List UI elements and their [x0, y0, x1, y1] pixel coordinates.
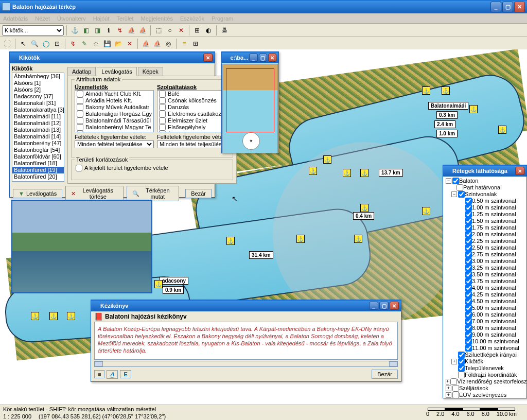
layer-item[interactable]: 0.50 m szintvonal — [446, 198, 524, 204]
layer-item[interactable]: Földrajzi koordináták — [446, 372, 524, 378]
check-item[interactable]: Almádi Yacht Club Kft. — [75, 91, 153, 97]
tool-btn[interactable]: ⬚ — [153, 25, 164, 36]
tool-btn[interactable]: ◧ — [81, 25, 91, 36]
close-button[interactable]: ✕ — [514, 2, 525, 12]
layer-item[interactable]: 1.25 m szintvonal — [446, 211, 524, 218]
harbors-close-button[interactable]: ✕ — [203, 54, 213, 62]
tool-save-icon[interactable]: 💾 — [102, 39, 112, 49]
harbor-list-item[interactable]: Alsóörs [1] — [12, 80, 64, 86]
handbook-titlebar[interactable]: Kézikönyv _ ▢ ✕ — [91, 300, 401, 311]
menu-eszkozok[interactable]: Eszközök — [180, 15, 204, 22]
layer-item[interactable]: 1.00 m szintvonal — [446, 204, 524, 211]
tab-kepek[interactable]: Képek — [138, 67, 163, 76]
check-item[interactable]: Csónak kölcsönzés — [157, 97, 229, 104]
menu-program[interactable]: Program — [212, 15, 233, 22]
menu-terulet[interactable]: Terület — [117, 15, 134, 22]
tool-btn[interactable]: ⊡ — [52, 39, 62, 49]
check-item[interactable]: Balatonberényi Magyar Te — [75, 124, 153, 131]
layer-item[interactable]: 9.00 m szintvonal — [446, 331, 524, 338]
layer-check[interactable] — [456, 184, 463, 191]
tool-btn[interactable]: ○ — [165, 25, 175, 36]
layer-item[interactable]: 3.50 m szintvonal — [446, 271, 524, 278]
harbor-icon[interactable]: ⚓ — [226, 237, 235, 245]
layer-item[interactable]: 10.00 m szintvonal — [446, 338, 524, 345]
layer-item[interactable]: 2.00 m szintvonal — [446, 231, 524, 238]
check-item[interactable]: Balatonaligai Horgász Egy — [75, 111, 153, 117]
tool-open-icon[interactable]: 📂 — [113, 39, 124, 49]
overview-min-button[interactable]: _ — [249, 54, 257, 62]
harbor-list-item[interactable]: Alsóörs [2] — [12, 86, 64, 93]
overview-close-button[interactable]: ✕ — [268, 54, 276, 62]
layer-item[interactable]: 1.75 m szintvonal — [446, 224, 524, 231]
harbor-list-item[interactable]: Balatonakarattya [3] — [12, 107, 64, 113]
tool-btn[interactable]: ◨ — [92, 25, 102, 36]
harbor-list-item[interactable]: Balatonfüred [19] — [12, 167, 64, 173]
tool-btn[interactable]: ◐ — [203, 25, 214, 36]
harbor-list-item[interactable]: Balatonakali [31] — [12, 100, 64, 107]
handbook-textarea[interactable]: A Balaton Közép-Európa legnagyobb felszí… — [94, 322, 398, 360]
layer-item[interactable]: 4.50 m szintvonal — [446, 298, 524, 305]
harbor-icon[interactable]: ⚓ — [31, 312, 39, 320]
handbook-scrollbar[interactable] — [94, 361, 398, 367]
layer-check[interactable] — [458, 191, 465, 198]
tool-btn[interactable]: ℹ — [103, 25, 114, 36]
harbor-list-item[interactable]: Balatonföldvár [60] — [12, 153, 64, 160]
main-dropdown[interactable]: Kikötők... — [2, 25, 64, 36]
layer-item[interactable]: 2.75 m szintvonal — [446, 251, 524, 258]
align-left-button[interactable]: ≡ — [94, 370, 104, 378]
tool-fullextent-icon[interactable]: ⛶ — [2, 39, 12, 49]
harbor-icon[interactable]: ⚓ — [154, 280, 163, 288]
tool-btn[interactable]: ☆ — [91, 39, 101, 49]
harbor-icon[interactable]: ⚓ — [67, 312, 75, 320]
check-item[interactable]: Arkádia Hotels Kft. — [75, 97, 153, 104]
harbor-list-item[interactable]: Balatonalmádi [13] — [12, 127, 64, 133]
harbor-list-item[interactable]: Balatonfüred [20] — [12, 173, 64, 180]
scroll-right-icon[interactable] — [389, 361, 397, 366]
layers-tree[interactable]: − Balaton Part határvonal − Szintvonalak… — [443, 177, 526, 398]
overview-max-button[interactable]: ▢ — [259, 54, 267, 62]
harbor-list-item[interactable]: Balatonberény [47] — [12, 140, 64, 147]
harbor-list-item[interactable]: Balatonfüred [21] — [12, 180, 64, 182]
layer-item[interactable]: Sziluettképek irányai — [446, 352, 524, 358]
tool-btn[interactable]: ↯ — [115, 25, 125, 36]
check-item[interactable]: Balatonalmádi Társasüdül — [75, 117, 153, 124]
tool-btn[interactable]: ✎ — [79, 39, 90, 49]
check-item[interactable]: Elsősegélyhely — [157, 124, 229, 131]
harbor-icon[interactable]: ⚓ — [422, 86, 430, 95]
font-e-button[interactable]: E — [120, 370, 131, 378]
harbors-dialog-titlebar[interactable]: Kikötők ✕ — [10, 52, 215, 63]
harbor-icon[interactable]: ⚓ — [309, 167, 317, 175]
tool-anchor-icon[interactable]: ⚓ — [69, 25, 80, 36]
layer-item[interactable]: 1.50 m szintvonal — [446, 218, 524, 224]
tool-zoom-icon[interactable]: 🔍 — [29, 39, 40, 49]
layer-item[interactable]: 4.25 m szintvonal — [446, 291, 524, 298]
handbook-close-btn[interactable]: Bezár — [372, 370, 398, 379]
check-item[interactable]: Elektromos csatlakozás — [157, 111, 229, 117]
show-on-map-button[interactable]: 🔍Térképen mutat — [127, 186, 179, 201]
check-item[interactable]: Daruzás — [157, 104, 229, 111]
tool-btn[interactable]: ⊞ — [190, 39, 201, 49]
tool-print-icon[interactable]: 🖶 — [219, 25, 230, 36]
harbor-list-item[interactable]: Balatonalmádi [11] — [12, 113, 64, 120]
menu-hajout[interactable]: Hajóút — [93, 15, 110, 22]
harbor-icon[interactable]: ⚓ — [49, 312, 58, 320]
font-a-button[interactable]: A̲ — [107, 370, 118, 379]
layer-item[interactable]: 3.25 m szintvonal — [446, 265, 524, 271]
harbor-icon[interactable]: ⚓ — [323, 155, 331, 164]
layer-item[interactable]: 6.00 m szintvonal — [446, 311, 524, 318]
cond-services-select[interactable]: Minden feltétel teljesülése — [157, 140, 230, 148]
layer-item[interactable]: 7.00 m szintvonal — [446, 318, 524, 325]
menu-nezet[interactable]: Nézet — [35, 15, 50, 22]
harbor-icon[interactable]: ⚓ — [498, 126, 506, 134]
layer-item[interactable]: 2.25 m szintvonal — [446, 238, 524, 244]
harbor-list-item[interactable]: Badacsony [37] — [12, 93, 64, 100]
harbor-list-item[interactable]: Balatonalmádi [12] — [12, 120, 64, 127]
layer-item[interactable]: 3.75 m szintvonal — [446, 278, 524, 285]
tool-btn[interactable]: ⛵ — [152, 39, 162, 49]
tab-adatlap[interactable]: Adatlap — [67, 67, 96, 76]
harbor-icon[interactable]: ⚓ — [360, 204, 368, 212]
handbook-min-button[interactable]: _ — [369, 302, 378, 310]
check-item[interactable]: Bakony Művek Autóalkatr — [75, 104, 153, 111]
overview-titlebar[interactable]: c:\ba... _ ▢ ✕ — [222, 52, 278, 63]
harbor-icon[interactable]: ⚓ — [296, 235, 305, 243]
